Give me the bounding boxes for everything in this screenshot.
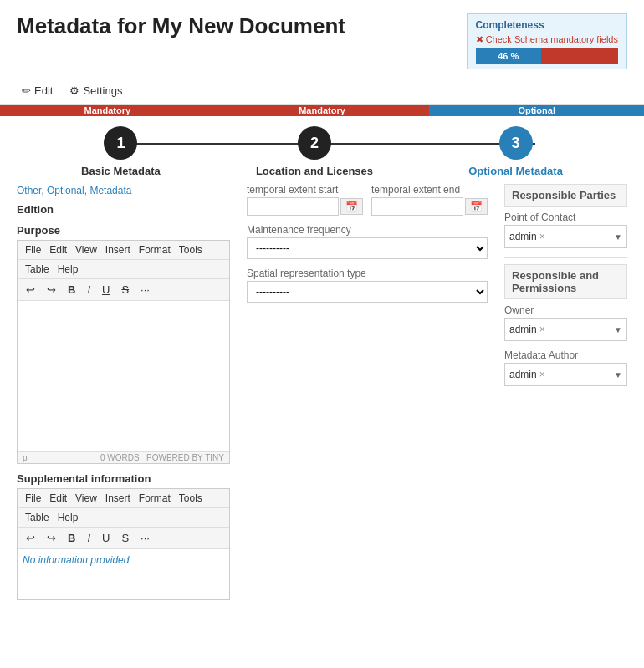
step-1-circle: 1 — [104, 126, 137, 160]
completeness-title: Completeness — [476, 19, 618, 31]
metadata-author-value: admin — [509, 369, 537, 380]
responsible-perms-header: Responsible and Permissions — [504, 264, 627, 299]
metadata-author-remove[interactable]: × — [539, 369, 545, 380]
owner-section: Owner admin × ▼ — [504, 304, 627, 341]
metadata-author-select[interactable]: admin × ▼ — [504, 363, 627, 386]
step-1[interactable]: 1 Basic Metadata — [81, 126, 161, 177]
edition-section: Edition — [17, 203, 230, 216]
spatial-label: Spatial representation type — [247, 268, 488, 279]
supp-undo-btn[interactable]: ↩ — [21, 530, 40, 546]
point-of-contact-label: Point of Contact — [504, 212, 627, 223]
edit-button[interactable]: ✏ Edit — [17, 83, 58, 99]
purpose-undo-btn[interactable]: ↩ — [21, 282, 40, 298]
maintenance-section: Maintenance frequency ---------- — [247, 224, 488, 259]
no-info-text: No information provided — [23, 554, 129, 566]
pencil-icon: ✏ — [22, 84, 31, 97]
step-bar-mandatory-2: Mandatory — [215, 105, 430, 116]
supp-menu-tools[interactable]: Tools — [175, 491, 207, 506]
supp-menu-edit[interactable]: Edit — [45, 491, 71, 506]
supp-menu-format[interactable]: Format — [135, 491, 175, 506]
step-1-label: Basic Metadata — [81, 165, 161, 177]
purpose-status-bar: p 0 WORDS POWERED BY TINY — [18, 451, 229, 463]
left-panel: Other, Optional, Metadata Edition Purpos… — [17, 184, 238, 609]
supplemental-label: Supplemental information — [17, 472, 230, 485]
supp-bold-btn[interactable]: B — [63, 530, 80, 546]
purpose-underline-btn[interactable]: U — [97, 282, 115, 298]
step-indicators: 1 Basic Metadata 2 Location and Licenses… — [0, 116, 644, 184]
step-3[interactable]: 3 Optional Metadata — [468, 126, 563, 177]
point-of-contact-value: admin — [509, 231, 537, 242]
purpose-menu-tools[interactable]: Tools — [175, 242, 207, 258]
completeness-bar-bg: 46 % — [476, 48, 618, 64]
purpose-bold-btn[interactable]: B — [63, 282, 80, 298]
spatial-section: Spatial representation type ---------- — [247, 268, 488, 303]
point-of-contact-select[interactable]: admin × ▼ — [504, 225, 627, 248]
purpose-strikethrough-btn[interactable]: S — [116, 282, 134, 298]
temporal-end-cal-btn[interactable]: 📅 — [465, 198, 488, 215]
step-2-circle: 2 — [298, 126, 331, 160]
supp-menu-view[interactable]: View — [71, 491, 101, 506]
supp-strikethrough-btn[interactable]: S — [116, 530, 134, 546]
temporal-start-cal-btn[interactable]: 📅 — [340, 198, 363, 215]
owner-label: Owner — [504, 304, 627, 316]
supp-menu-help[interactable]: Help — [54, 510, 83, 525]
temporal-end-label: temporal extent end — [371, 184, 488, 196]
spatial-select[interactable]: ---------- — [247, 281, 488, 303]
temporal-end-input[interactable] — [371, 197, 463, 216]
purpose-content[interactable] — [18, 301, 229, 451]
completeness-bar-fill: 46 % — [476, 48, 541, 64]
purpose-menu-file[interactable]: File — [21, 242, 45, 258]
step-3-circle: 3 — [499, 126, 533, 160]
purpose-menu-edit[interactable]: Edit — [45, 242, 71, 258]
purpose-italic-btn[interactable]: I — [82, 282, 95, 298]
settings-button[interactable]: ⚙ Settings — [64, 83, 127, 99]
temporal-extent-row: temporal extent start 📅 temporal extent … — [247, 184, 488, 216]
temporal-start-label: temporal extent start — [247, 184, 363, 196]
purpose-menu-format[interactable]: Format — [135, 242, 175, 258]
purpose-more-btn[interactable]: ··· — [135, 282, 155, 298]
metadata-author-section: Metadata Author admin × ▼ — [504, 349, 627, 386]
supp-menu-file[interactable]: File — [21, 491, 45, 506]
temporal-start-input[interactable] — [247, 197, 339, 216]
purpose-menubar2: Table Help — [18, 260, 229, 279]
supplemental-content[interactable]: No information provided — [18, 549, 229, 599]
temporal-start-group: temporal extent start 📅 — [247, 184, 363, 216]
owner-arrow-icon: ▼ — [614, 325, 622, 334]
owner-select[interactable]: admin × ▼ — [504, 318, 627, 341]
temporal-end-group: temporal extent end 📅 — [371, 184, 488, 216]
divider-1 — [504, 257, 627, 258]
step-3-label: Optional Metadata — [468, 165, 563, 177]
maintenance-label: Maintenance frequency — [247, 224, 488, 236]
breadcrumb[interactable]: Other, Optional, Metadata — [17, 185, 131, 196]
step-2-label: Location and Licenses — [256, 165, 373, 177]
supp-redo-btn[interactable]: ↪ — [42, 530, 61, 546]
supplemental-menubar: File Edit View Insert Format Tools — [18, 489, 229, 508]
purpose-menu-table[interactable]: Table — [21, 262, 54, 277]
metadata-author-label: Metadata Author — [504, 349, 627, 361]
main-content: Other, Optional, Metadata Edition Purpos… — [0, 184, 644, 609]
owner-value: admin — [509, 324, 537, 335]
steps-wrapper: 1 Basic Metadata 2 Location and Licenses… — [0, 126, 644, 177]
supp-more-btn[interactable]: ··· — [135, 530, 155, 546]
metadata-author-tag: admin × — [509, 369, 547, 380]
point-of-contact-tag: admin × — [509, 231, 547, 242]
supplemental-menubar2: Table Help — [18, 508, 229, 528]
supp-italic-btn[interactable]: I — [82, 530, 95, 546]
purpose-menu-view[interactable]: View — [71, 242, 101, 258]
supp-underline-btn[interactable]: U — [97, 530, 115, 546]
purpose-redo-btn[interactable]: ↪ — [42, 282, 61, 298]
supp-menu-insert[interactable]: Insert — [101, 491, 135, 506]
point-of-contact-remove[interactable]: × — [539, 231, 545, 242]
purpose-section: Purpose File Edit View Insert Format Too… — [17, 224, 230, 464]
purpose-menu-insert[interactable]: Insert — [101, 242, 135, 258]
supplemental-toolbar: ↩ ↪ B I U S ··· — [18, 528, 229, 549]
point-of-contact-arrow-icon: ▼ — [614, 232, 622, 242]
maintenance-select[interactable]: ---------- — [247, 237, 488, 259]
purpose-menu-help[interactable]: Help — [54, 262, 83, 277]
completeness-box: Completeness Check Schema mandatory fiel… — [467, 13, 627, 69]
supp-menu-table[interactable]: Table — [21, 510, 54, 525]
step-2[interactable]: 2 Location and Licenses — [256, 126, 373, 177]
owner-remove[interactable]: × — [539, 324, 545, 335]
purpose-menubar: File Edit View Insert Format Tools — [18, 241, 229, 260]
step-bars-row: Mandatory Mandatory Optional — [0, 105, 644, 116]
